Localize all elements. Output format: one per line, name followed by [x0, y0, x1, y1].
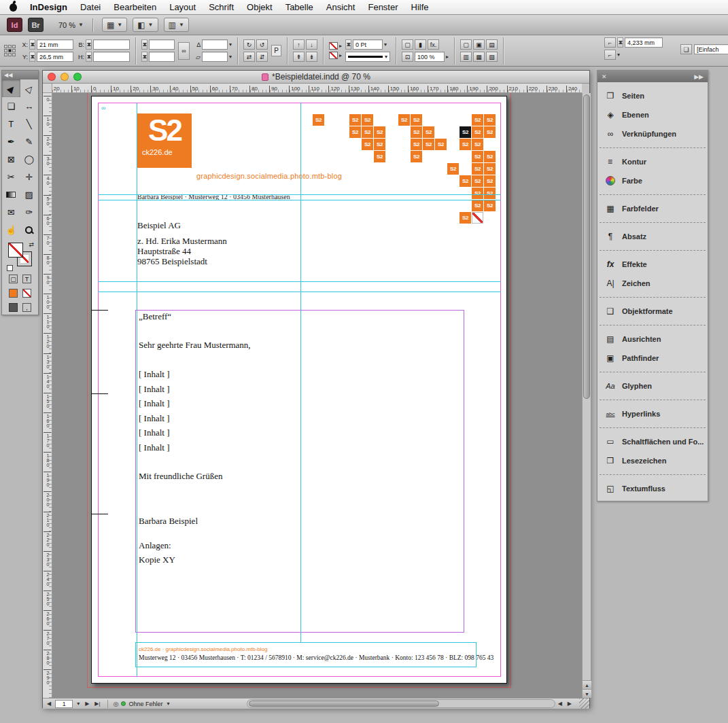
- chevron-right-icon[interactable]: ▸: [339, 52, 342, 58]
- view-options-button[interactable]: ▦ ▼: [102, 18, 127, 32]
- y-stepper[interactable]: [29, 52, 35, 62]
- wrap-options-button[interactable]: ▧: [486, 52, 498, 62]
- type-tool[interactable]: T: [2, 115, 20, 133]
- wrap-object-shape-button[interactable]: ▤: [486, 39, 498, 50]
- wrap-bounding-box-button[interactable]: ▣: [473, 39, 485, 50]
- chevron-right-icon[interactable]: ▸: [446, 54, 449, 60]
- scroll-up-button[interactable]: ▲: [583, 680, 591, 689]
- select-previous-object-button[interactable]: ⇞: [293, 52, 305, 62]
- panel-verknuepfungen[interactable]: ∞Verknüpfungen: [597, 124, 708, 143]
- vertical-scroll-thumb[interactable]: [583, 94, 590, 399]
- object-style-dropdown[interactable]: [Einfach: [694, 44, 728, 54]
- corner-shape-dropdown[interactable]: ⌐: [604, 50, 616, 60]
- panel-schaltflaechen[interactable]: ▭Schaltflächen und Fo...: [597, 432, 708, 451]
- gradient-feather-tool[interactable]: ▨: [20, 186, 39, 203]
- apple-menu-icon[interactable]: [10, 3, 17, 12]
- document-titlebar[interactable]: *Beispieldatei.indd @ 70 %: [43, 71, 589, 84]
- rectangle-frame-tool[interactable]: ⊠: [2, 150, 20, 168]
- menu-objekt[interactable]: Objekt: [247, 2, 273, 12]
- horizontal-scrollbar[interactable]: [247, 699, 555, 708]
- zoom-tool[interactable]: [20, 221, 39, 239]
- free-transform-tool[interactable]: ✛: [20, 168, 39, 186]
- y-position-field[interactable]: 26,5 mm: [37, 52, 73, 62]
- selection-tool[interactable]: ▶: [2, 80, 20, 97]
- fill-swatch[interactable]: [8, 243, 23, 258]
- reference-point-proxy[interactable]: [4, 45, 16, 56]
- page[interactable]: ∞ S2 ck226.de graphicdesign.socialmedia.…: [91, 96, 507, 684]
- menu-tabelle[interactable]: Tabelle: [285, 2, 313, 12]
- height-field[interactable]: [93, 52, 130, 62]
- chevron-right-icon[interactable]: ▸: [339, 43, 342, 49]
- chevron-down-icon[interactable]: ▾: [384, 41, 387, 48]
- panel-ausrichten[interactable]: ▤Ausrichten: [597, 330, 708, 349]
- panel-kontur[interactable]: ≡Kontur: [597, 152, 708, 171]
- panel-glyphen[interactable]: AaGlyphen: [597, 376, 708, 395]
- hand-tool[interactable]: ☝: [2, 221, 20, 239]
- resize-grip[interactable]: [579, 699, 589, 709]
- panel-lesezeichen[interactable]: ❒Lesezeichen: [597, 451, 708, 470]
- ellipse-frame-tool[interactable]: ◯: [20, 150, 39, 168]
- panel-farbfelder[interactable]: ▦Farbfelder: [597, 199, 708, 218]
- select-container-button[interactable]: ↑: [293, 39, 305, 50]
- default-fill-stroke-icon[interactable]: [7, 265, 13, 271]
- vertical-ruler[interactable]: 0102030405060708090100110120130140150160…: [43, 93, 52, 698]
- stroke-color-swatch[interactable]: [329, 42, 338, 50]
- flip-vertical-button[interactable]: ⇵: [256, 52, 268, 62]
- stroke-weight-field[interactable]: 0 Pt: [353, 39, 383, 50]
- corner-radius-stepper[interactable]: [617, 37, 623, 48]
- constr​ain-proportions-icon[interactable]: ∞: [178, 42, 190, 60]
- ruler-origin-box[interactable]: [43, 84, 52, 93]
- panel-zeichen[interactable]: A|Zeichen: [597, 274, 708, 293]
- gradient-swatch-tool[interactable]: [2, 186, 20, 203]
- scroll-right-button[interactable]: ▶: [566, 701, 573, 707]
- expand-dock-icon[interactable]: ▶▶: [694, 73, 704, 80]
- scale-x-field[interactable]: [149, 39, 175, 50]
- drop-shadow-button[interactable]: ▮: [415, 39, 426, 50]
- menu-layout[interactable]: Layout: [169, 2, 196, 12]
- apply-none-button[interactable]: [22, 289, 31, 298]
- formatting-affects-text-button[interactable]: T: [22, 275, 31, 283]
- preflight-menu-caret[interactable]: ▾: [165, 701, 171, 707]
- scroll-left-button[interactable]: ◀: [557, 701, 564, 707]
- panel-pathfinder[interactable]: ▣Pathfinder: [597, 349, 708, 368]
- horizontal-ruler[interactable]: 2010010203040506070809010011012013014015…: [52, 84, 582, 93]
- letter-body[interactable]: „Betreff“ Sehr geehrte Frau Mustermann, …: [139, 311, 465, 576]
- formatting-affects-container-button[interactable]: ▢: [9, 275, 18, 283]
- fill-color-swatch[interactable]: [329, 52, 338, 59]
- menu-datei[interactable]: Datei: [80, 2, 101, 12]
- previous-page-button[interactable]: ◀: [46, 701, 52, 707]
- menu-ansicht[interactable]: Ansicht: [326, 2, 356, 12]
- scissors-tool[interactable]: ✂: [2, 168, 20, 186]
- normal-view-mode-button[interactable]: [9, 303, 18, 312]
- swap-fill-stroke-icon[interactable]: ⇄: [29, 241, 34, 248]
- direct-selection-tool[interactable]: ▷: [20, 80, 39, 97]
- x-stepper[interactable]: [29, 39, 35, 50]
- zoom-level-control[interactable]: 70 % ▼: [58, 21, 84, 29]
- menu-hilfe[interactable]: Hilfe: [411, 2, 429, 12]
- width-field[interactable]: [93, 39, 130, 50]
- panel-absatz[interactable]: ¶Absatz: [597, 227, 708, 246]
- gap-tool[interactable]: ↔: [20, 97, 39, 115]
- wrap-none-button[interactable]: ▢: [460, 39, 472, 50]
- menu-bearbeiten[interactable]: Bearbeiten: [114, 2, 156, 12]
- object-effects-button[interactable]: ▢: [402, 39, 413, 50]
- fill-stroke-control[interactable]: ⇄: [5, 241, 35, 272]
- close-icon[interactable]: ✕: [602, 73, 607, 80]
- chevron-down-icon[interactable]: ▾: [229, 54, 232, 60]
- rotate-ccw-button[interactable]: ↺: [256, 39, 268, 50]
- panel-farbe[interactable]: Farbe: [597, 171, 708, 190]
- wrap-jump-button[interactable]: ▥: [460, 52, 472, 62]
- height-stepper[interactable]: [86, 52, 92, 62]
- pencil-tool[interactable]: ✎: [20, 133, 39, 150]
- opacity-field[interactable]: 100 %: [415, 52, 445, 62]
- company-logo[interactable]: S2 ck226.de: [137, 113, 192, 168]
- width-stepper[interactable]: [86, 39, 92, 50]
- note-tool[interactable]: ✉: [2, 203, 20, 221]
- last-page-button[interactable]: ▶|: [93, 701, 101, 707]
- rotate-cw-button[interactable]: ↻: [243, 39, 255, 50]
- stroke-style-dropdown[interactable]: ▾: [345, 52, 390, 62]
- panel-seiten[interactable]: ❐Seiten: [597, 86, 708, 105]
- menu-schrift[interactable]: Schrift: [209, 2, 234, 12]
- pasteboard[interactable]: ∞ S2 ck226.de graphicdesign.socialmedia.…: [52, 93, 582, 698]
- arrange-documents-button[interactable]: ▥ ▼: [164, 18, 189, 32]
